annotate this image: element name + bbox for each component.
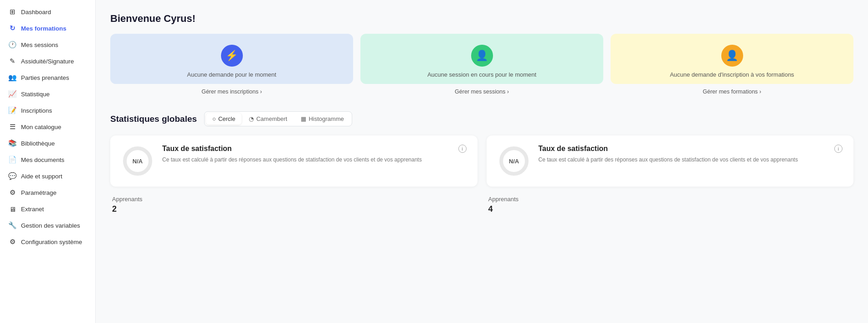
satisfaction-title-card2: Taux de satisfaction (539, 145, 608, 153)
chart-tabs: ○Cercle◔Camembert▦Histogramme (204, 111, 352, 126)
sidebar-item-parties-prenantes[interactable]: 👥Parties prenantes (0, 69, 95, 86)
mes-documents-icon: 📄 (8, 156, 16, 164)
sidebar-item-mes-sessions[interactable]: 🕐Mes sessions (0, 36, 95, 53)
extranet-icon: 🖥 (8, 205, 16, 213)
formations-link[interactable]: Gérer mes formations › (611, 84, 853, 100)
svg-text:N/A: N/A (508, 158, 519, 165)
sidebar-label-inscriptions: Inscriptions (21, 107, 52, 114)
sidebar-label-mes-formations: Mes formations (21, 25, 67, 32)
stats-title: Statistiques globales (110, 114, 197, 124)
configuration-systeme-icon: ⚙ (8, 238, 16, 246)
info-cards-row: ⚡Aucune demande pour le momentGérer mes … (110, 34, 853, 100)
bottom-stat-value-apprenants1: 2 (112, 204, 478, 214)
info-card-sessions: 👤Aucune session en cours pour le moment (360, 34, 603, 84)
camembert-tab-label: Camembert (256, 115, 287, 122)
chart-tab-histogramme[interactable]: ▦Histogramme (294, 113, 350, 125)
sidebar-item-mon-catalogue[interactable]: ☰Mon catalogue (0, 119, 95, 135)
formations-icon: 👤 (721, 45, 743, 67)
sidebar-label-parametrage: Paramétrage (21, 189, 56, 196)
donut-chart-card2: N/A (498, 145, 530, 177)
sessions-text: Aucune session en cours pour le moment (427, 71, 536, 78)
satisfaction-card-card1: N/ATaux de satisfactioniCe taux est calc… (110, 135, 478, 187)
chart-tab-camembert[interactable]: ◔Camembert (242, 113, 293, 125)
statistique-icon: 📈 (8, 90, 16, 98)
bottom-stat-label-apprenants1: Apprenants (112, 196, 478, 203)
parties-prenantes-icon: 👥 (8, 73, 16, 82)
mon-catalogue-icon: ☰ (8, 123, 16, 131)
sidebar-label-assiduite-signature: Assiduité/Signature (21, 58, 74, 65)
dashboard-icon: ⊞ (8, 8, 16, 16)
svg-text:N/A: N/A (133, 158, 143, 165)
sidebar-label-extranet: Extranet (21, 206, 44, 213)
sidebar-item-bibliotheque[interactable]: 📚Bibliothèque (0, 135, 95, 151)
donut-chart-card1: N/A (121, 145, 154, 177)
histogramme-tab-label: Histogramme (308, 115, 344, 122)
sidebar-item-mes-documents[interactable]: 📄Mes documents (0, 151, 95, 168)
sidebar-item-configuration-systeme[interactable]: ⚙Configuration système (0, 234, 95, 250)
welcome-title: Bienvenue Cyrus! (110, 13, 853, 25)
sidebar-item-parametrage[interactable]: ⚙Paramétrage (0, 184, 95, 201)
main-content: Bienvenue Cyrus! ⚡Aucune demande pour le… (96, 0, 868, 323)
inscriptions-icon: ⚡ (221, 45, 243, 67)
sidebar-item-statistique[interactable]: 📈Statistique (0, 86, 95, 102)
bottom-stat-apprenants2: Apprenants4 (487, 196, 854, 214)
info-card-inscriptions: ⚡Aucune demande pour le moment (110, 34, 353, 84)
cercle-tab-icon: ○ (212, 115, 216, 122)
parametrage-icon: ⚙ (8, 188, 16, 197)
mes-formations-icon: ↻ (8, 24, 16, 32)
info-icon-card2[interactable]: i (834, 145, 842, 153)
sidebar-item-gestion-variables[interactable]: 🔧Gestion des variables (0, 217, 95, 234)
formations-text: Aucune demande d'inscription à vos forma… (670, 71, 794, 78)
sidebar-item-extranet[interactable]: 🖥Extranet (0, 201, 95, 217)
sidebar-label-statistique: Statistique (21, 91, 50, 98)
sessions-icon: 👤 (471, 45, 493, 67)
info-card-formations: 👤Aucune demande d'inscription à vos form… (611, 34, 853, 84)
aide-support-icon: 💬 (8, 172, 16, 180)
bottom-stat-value-apprenants2: 4 (488, 204, 854, 214)
satisfaction-card-card2: N/ATaux de satisfactioniCe taux est calc… (487, 135, 854, 187)
satisfaction-title-card1: Taux de satisfaction (162, 145, 232, 153)
bibliotheque-icon: 📚 (8, 139, 16, 147)
stats-header: Statistiques globales ○Cercle◔Camembert▦… (110, 111, 853, 126)
sidebar-item-inscriptions[interactable]: 📝Inscriptions (0, 102, 95, 119)
sidebar-item-dashboard[interactable]: ⊞Dashboard (0, 4, 95, 20)
info-icon-card1[interactable]: i (458, 145, 467, 153)
sidebar-label-gestion-variables: Gestion des variables (21, 222, 80, 229)
sidebar-label-configuration-systeme: Configuration système (21, 239, 82, 245)
sidebar-label-dashboard: Dashboard (21, 9, 51, 16)
sidebar-label-mes-sessions: Mes sessions (21, 42, 58, 48)
gestion-variables-icon: 🔧 (8, 221, 16, 229)
sidebar-label-mon-catalogue: Mon catalogue (21, 124, 62, 130)
histogramme-tab-icon: ▦ (301, 115, 306, 122)
satisfaction-row: N/ATaux de satisfactioniCe taux est calc… (110, 135, 853, 187)
bottom-stat-apprenants1: Apprenants2 (110, 196, 478, 214)
sidebar-item-assiduite-signature[interactable]: ✎Assiduité/Signature (0, 53, 95, 69)
satisfaction-desc-card2: Ce taux est calculé à partir des réponse… (539, 156, 843, 164)
sessions-link[interactable]: Gérer mes sessions › (360, 84, 603, 100)
cercle-tab-label: Cercle (218, 115, 236, 122)
inscriptions-text: Aucune demande pour le moment (187, 71, 277, 78)
assiduite-signature-icon: ✎ (8, 57, 16, 65)
sidebar-label-bibliotheque: Bibliothèque (21, 140, 55, 147)
bottom-stats: Apprenants2Apprenants4 (110, 196, 853, 214)
bottom-stat-label-apprenants2: Apprenants (488, 196, 854, 203)
sidebar-item-aide-support[interactable]: 💬Aide et support (0, 168, 95, 184)
inscriptions-icon: 📝 (8, 106, 16, 115)
sidebar-label-parties-prenantes: Parties prenantes (21, 74, 69, 81)
mes-sessions-icon: 🕐 (8, 41, 16, 49)
inscriptions-link[interactable]: Gérer mes inscriptions › (110, 84, 353, 100)
sidebar-label-aide-support: Aide et support (21, 173, 62, 180)
satisfaction-desc-card1: Ce taux est calculé à partir des réponse… (162, 156, 467, 164)
sidebar-label-mes-documents: Mes documents (21, 156, 64, 163)
sidebar: ⊞Dashboard↻Mes formations🕐Mes sessions✎A… (0, 0, 96, 323)
sidebar-item-mes-formations[interactable]: ↻Mes formations (0, 20, 95, 36)
chart-tab-cercle[interactable]: ○Cercle (206, 113, 241, 125)
camembert-tab-icon: ◔ (249, 115, 254, 122)
